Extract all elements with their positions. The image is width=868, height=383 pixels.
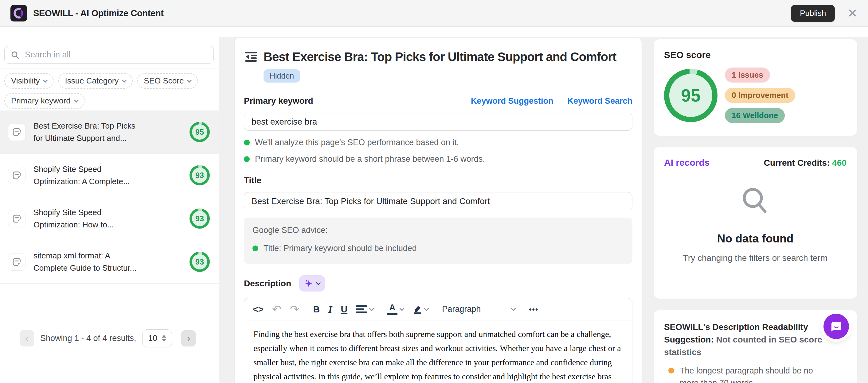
more-options-button[interactable]: ••• xyxy=(529,306,538,313)
credits-value: 460 xyxy=(832,158,846,168)
description-body[interactable]: Finding the best exercise bra that offer… xyxy=(244,320,632,383)
document-icon xyxy=(8,124,26,141)
title-input[interactable] xyxy=(244,192,632,210)
outdent-icon[interactable] xyxy=(244,50,258,64)
divider xyxy=(0,68,219,68)
chevron-down-icon xyxy=(424,306,429,311)
seo-score-title: SEO score xyxy=(664,50,846,60)
ai-generate-button[interactable] xyxy=(299,275,325,291)
page-size-select[interactable]: 10 xyxy=(142,329,172,347)
list-item[interactable]: Shopify Site SpeedOptimization: A Comple… xyxy=(0,154,219,197)
document-header: Best Exercise Bra: Top Picks for Ultimat… xyxy=(244,49,632,65)
close-icon[interactable]: ✕ xyxy=(847,7,858,19)
pagination: ‹ Showing 1 - 4 of 4 results, 10 › xyxy=(0,329,219,347)
filter-issue-category[interactable]: Issue Category xyxy=(58,73,133,89)
document-icon xyxy=(8,167,26,184)
content-editor-card: Best Exercise Bra: Top Picks for Ultimat… xyxy=(235,37,642,383)
no-data-title: No data found xyxy=(664,232,846,245)
primary-keyword-header: Primary keyword Keyword Suggestion Keywo… xyxy=(244,96,632,106)
document-icon xyxy=(8,253,26,271)
filter-chips: Visibility Issue Category SEO Score Prim… xyxy=(4,73,212,109)
bold-button[interactable]: B xyxy=(313,305,320,314)
seo-score-donut: 95 xyxy=(664,69,717,122)
primary-keyword-input[interactable] xyxy=(244,113,632,131)
chevron-down-icon xyxy=(369,306,374,311)
text-color-icon: A xyxy=(387,304,398,315)
advice-title: Google SEO advice: xyxy=(252,225,624,235)
issues-badge[interactable]: 1 Issues xyxy=(725,68,770,82)
seo-score-value: 95 xyxy=(669,74,712,117)
description-editor: <> ↶ ↷ B I U A xyxy=(244,298,632,383)
ai-records-title: AI records xyxy=(664,158,710,168)
page-title: Best Exercise Bra: Top Picks for Ultimat… xyxy=(264,49,616,65)
seo-score-badge: 93 xyxy=(189,252,210,272)
underline-button[interactable]: U xyxy=(341,305,348,314)
highlighter-icon xyxy=(412,305,422,314)
undo-button[interactable]: ↶ xyxy=(272,304,281,315)
ai-records-card: AI records Current Credits: 460 No data … xyxy=(653,147,857,299)
advice-item: Title: Primary keyword should be include… xyxy=(252,244,624,253)
next-page-button[interactable]: › xyxy=(181,330,196,346)
title-label: Title xyxy=(244,176,261,185)
seo-score-badge: 93 xyxy=(189,165,210,185)
description-header: Description xyxy=(244,275,632,291)
filter-visibility[interactable]: Visibility xyxy=(4,73,54,89)
keyword-hint: Primary keyword should be a short phrase… xyxy=(244,154,632,164)
filter-primary-keyword[interactable]: Primary keyword xyxy=(4,93,85,109)
chevron-down-icon xyxy=(400,306,404,311)
green-dot-icon xyxy=(244,140,250,145)
seo-score-badge: 93 xyxy=(189,208,210,229)
text-color-button[interactable]: A xyxy=(387,304,404,315)
document-icon xyxy=(8,210,26,228)
seowill-logo-icon xyxy=(12,7,25,19)
pagination-summary: Showing 1 - 4 of 4 results, xyxy=(40,334,136,343)
green-dot-icon xyxy=(252,245,258,251)
chevron-down-icon xyxy=(511,306,516,311)
description-paragraph: Finding the best exercise bra that offer… xyxy=(253,327,623,383)
app-title: SEOWILL - AI Optimize Content xyxy=(33,8,164,19)
prev-page-button[interactable]: ‹ xyxy=(20,330,34,346)
search-input[interactable] xyxy=(24,50,207,60)
keyword-suggestion-link[interactable]: Keyword Suggestion xyxy=(471,96,554,106)
no-data-subtitle: Try changing the filters or search term xyxy=(664,253,846,263)
ai-sparkle-icon xyxy=(304,279,313,288)
list-item[interactable]: sitemap xml format: AComplete Guide to S… xyxy=(0,240,219,284)
chevron-down-icon xyxy=(122,78,127,82)
chevron-down-icon xyxy=(43,78,48,82)
highlight-color-button[interactable] xyxy=(412,305,428,314)
filter-seo-score[interactable]: SEO Score xyxy=(137,73,198,89)
chat-widget-button[interactable] xyxy=(824,314,849,339)
chevron-down-icon xyxy=(74,98,79,103)
sidebar-search[interactable] xyxy=(4,46,214,64)
welldone-badge[interactable]: 16 Welldone xyxy=(725,108,785,123)
empty-state: No data found Try changing the filters o… xyxy=(664,184,846,263)
italic-button[interactable]: I xyxy=(328,305,332,314)
chat-bubble-icon xyxy=(829,319,843,334)
keyword-search-link[interactable]: Keyword Search xyxy=(567,96,632,106)
chevron-down-icon xyxy=(316,280,321,285)
keyword-hint: We'll analyze this page's SEO performanc… xyxy=(244,138,632,147)
improvement-badge[interactable]: 0 Improvement xyxy=(725,88,795,103)
green-dot-icon xyxy=(244,156,250,162)
current-credits: Current Credits: 460 xyxy=(764,158,846,168)
readability-item: The longest paragraph should be no more … xyxy=(664,364,846,383)
align-button[interactable] xyxy=(356,305,373,313)
redo-button[interactable]: ↷ xyxy=(290,304,299,315)
seo-score-card: SEO score 95 1 Issues 0 Improvement 16 W… xyxy=(653,39,857,136)
description-label: Description xyxy=(244,279,291,288)
orange-dot-icon xyxy=(669,368,674,374)
list-item[interactable]: Shopify Site SpeedOptimization: How to..… xyxy=(0,197,219,240)
app-logo xyxy=(10,5,27,22)
code-view-button[interactable]: <> xyxy=(253,305,264,314)
sort-arrows-icon xyxy=(162,335,166,342)
page-list: Best Exercise Bra: Top Picksfor Ultimate… xyxy=(0,110,219,284)
search-icon xyxy=(11,50,19,59)
search-empty-icon xyxy=(738,184,773,218)
seo-score-badge: 95 xyxy=(189,122,210,142)
google-seo-advice-panel: Google SEO advice: Title: Primary keywor… xyxy=(244,218,632,264)
status-badge: Hidden xyxy=(264,69,300,82)
list-item[interactable]: Best Exercise Bra: Top Picksfor Ultimate… xyxy=(0,110,219,154)
publish-button[interactable]: Publish xyxy=(791,5,835,22)
editor-toolbar: <> ↶ ↷ B I U A xyxy=(244,298,632,320)
paragraph-style-select[interactable]: Paragraph xyxy=(442,305,515,314)
